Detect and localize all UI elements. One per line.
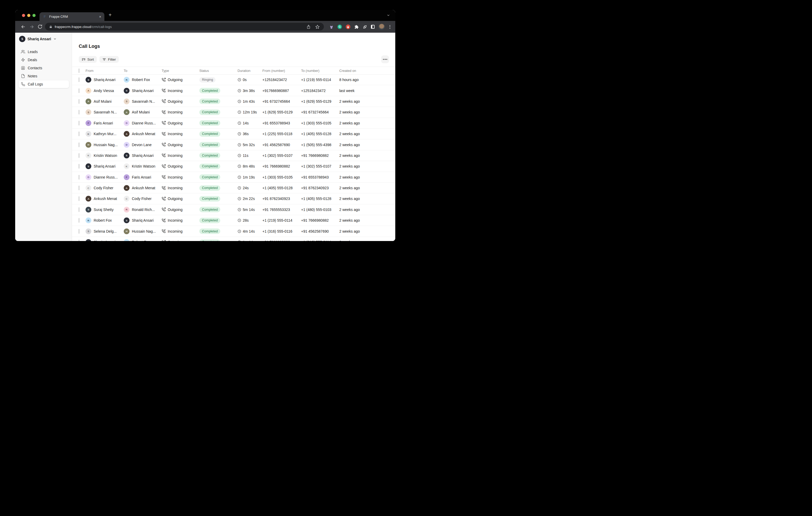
from-name: Kathryn Mur... (94, 132, 116, 136)
back-button[interactable] (21, 24, 26, 29)
from-number: +91 7655553323 (262, 208, 301, 212)
clock-icon (237, 218, 241, 222)
clock-icon (237, 143, 241, 147)
sidebar-item-leads[interactable]: Leads (19, 48, 69, 56)
phone-incoming-icon (162, 186, 166, 190)
sidebar-item-call-logs[interactable]: Call Logs (19, 80, 69, 88)
table-row[interactable]: HHussain Nag... DDevon Lane Outgoing Com… (72, 139, 395, 150)
table-row[interactable]: SSavannah N... AAsif Mulani Incoming Com… (72, 107, 395, 118)
to-name: Devon Lane (132, 143, 152, 147)
window-minimize-button[interactable] (27, 14, 30, 17)
column-header: From (86, 69, 124, 73)
to-number: +91 7666980882 (301, 153, 339, 158)
row-checkbox[interactable] (79, 240, 79, 241)
tab-strip: F Frappe CRM × + (15, 10, 395, 21)
table-row[interactable]: SSuraj Shetty RRonald Rich... Outgoing C… (72, 205, 395, 215)
from-number: +1 (225) 555-0118 (262, 132, 301, 136)
row-checkbox[interactable] (79, 143, 79, 147)
adblock-extension-icon[interactable] (346, 25, 350, 29)
forward-button[interactable] (29, 24, 34, 29)
sort-button[interactable]: Sort (79, 56, 97, 63)
table-row[interactable]: SShariq Ansari RRobert Fox Outgoing Comp… (72, 237, 395, 241)
filter-button[interactable]: Filter (99, 56, 119, 63)
row-checkbox[interactable] (79, 186, 79, 190)
phone-incoming-icon (162, 229, 166, 233)
status-badge: Completed (199, 207, 220, 212)
clock-icon (237, 132, 241, 136)
row-checkbox[interactable] (79, 207, 79, 212)
reload-button[interactable] (38, 24, 42, 29)
tab-search-chevron-icon[interactable] (387, 13, 390, 17)
user-menu[interactable]: S Shariq Ansari (19, 36, 69, 42)
from-number: +91 8762340923 (262, 196, 301, 201)
phone-incoming-icon (162, 132, 166, 136)
table-row[interactable]: RRobert Fox SShariq Ansari Incoming Comp… (72, 215, 395, 226)
energy-leaf-extension-icon[interactable] (362, 25, 367, 29)
call-logs-icon (21, 82, 25, 86)
new-tab-button[interactable]: + (109, 12, 112, 18)
window-close-button[interactable] (22, 14, 25, 17)
address-bar[interactable]: frappecrm.frappe.cloud/crm/call-logs (45, 23, 324, 31)
duration: 0s (243, 78, 247, 82)
main-panel: Call Logs Sort Filter FromToTypeStatusDu… (72, 33, 395, 241)
row-checkbox[interactable] (79, 164, 79, 169)
tab-close-icon[interactable]: × (99, 15, 101, 19)
row-checkbox[interactable] (79, 78, 79, 82)
table-row[interactable]: SShariq Ansari KKristin Watson Outgoing … (72, 161, 395, 172)
duration: 5m 32s (243, 143, 255, 147)
row-checkbox[interactable] (79, 229, 79, 234)
table-row[interactable]: AAndy Viessa SShariq Ansari Incoming Com… (72, 85, 395, 96)
avatar: S (124, 153, 129, 158)
duration: 5m 14s (243, 208, 255, 212)
row-checkbox[interactable] (79, 99, 79, 104)
table-row[interactable]: CCody Fisher AAnkush Menat Incoming Comp… (72, 183, 395, 193)
select-all-checkbox[interactable] (79, 68, 79, 73)
browser-profile-avatar[interactable] (379, 24, 385, 30)
from-name: Robert Fox (94, 218, 112, 222)
row-checkbox[interactable] (79, 110, 79, 115)
column-header: Type (162, 69, 199, 73)
table-row[interactable]: AAnkush Menat CCody Fisher Outgoing Comp… (72, 193, 395, 204)
sidebar-item-label: Call Logs (28, 82, 43, 86)
sidebar-item-deals[interactable]: Deals (19, 56, 69, 64)
grammarly-extension-icon[interactable]: G (338, 25, 342, 29)
column-header: To (124, 69, 162, 73)
row-checkbox[interactable] (79, 196, 79, 201)
to-name: Hussain Nag... (132, 229, 156, 234)
created-on: last week (339, 89, 389, 93)
table-row[interactable]: AAsif Mulani SSavannah N... Outgoing Com… (72, 96, 395, 107)
row-checkbox[interactable] (79, 153, 79, 158)
browser-tab[interactable]: F Frappe CRM × (39, 12, 105, 21)
row-checkbox[interactable] (79, 131, 79, 136)
more-options-button[interactable] (381, 55, 389, 63)
table-row[interactable]: DDianne Russ... FFaris Ansari Incoming C… (72, 172, 395, 183)
window-zoom-button[interactable] (32, 14, 36, 17)
row-checkbox[interactable] (79, 175, 79, 180)
cat-extension-icon[interactable] (329, 25, 334, 29)
avatar: S (124, 88, 129, 94)
browser-menu-icon[interactable] (389, 25, 391, 29)
table-row[interactable]: KKristin Watson SShariq Ansari Incoming … (72, 150, 395, 161)
table-row[interactable]: FFaris Ansari DDianne Russ... Outgoing C… (72, 118, 395, 129)
table-row[interactable]: KKathryn Mur... AAnkush Menat Incoming C… (72, 129, 395, 139)
row-checkbox[interactable] (79, 121, 79, 125)
row-checkbox[interactable] (79, 218, 79, 223)
avatar: K (86, 153, 91, 158)
to-number: +1 (405) 555-0128 (301, 132, 339, 136)
from-name: Shariq Ansari (94, 240, 115, 241)
avatar: R (86, 217, 91, 223)
row-checkbox[interactable] (79, 88, 79, 93)
table-row[interactable]: SSelena Delg... HHussain Nag... Incoming… (72, 226, 395, 237)
sidebar-item-contacts[interactable]: Contacts (19, 64, 69, 72)
bookmark-star-icon[interactable] (315, 25, 320, 29)
table-row[interactable]: SShariq Ansari RRobert Fox Outgoing Ring… (72, 74, 395, 85)
extensions-puzzle-icon[interactable] (354, 25, 359, 29)
from-name: Hussain Nag... (94, 143, 118, 147)
from-number: +12518423472 (262, 78, 301, 82)
sidebar-item-notes[interactable]: Notes (19, 72, 69, 80)
column-header: Duration (237, 69, 262, 73)
from-number: +1 (303) 555-0105 (262, 175, 301, 179)
reading-list-extension-icon[interactable] (371, 25, 375, 29)
share-icon[interactable] (307, 25, 311, 29)
clock-icon (237, 175, 241, 179)
